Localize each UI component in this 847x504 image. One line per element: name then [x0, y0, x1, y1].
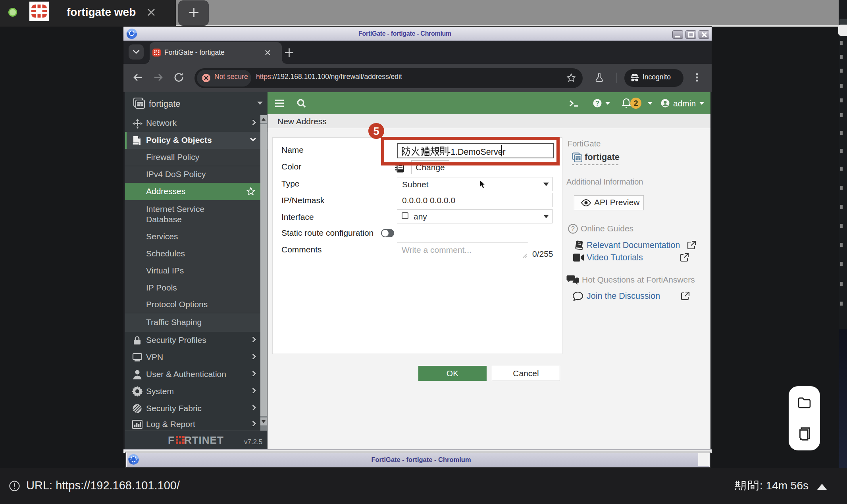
svg-text:?: ? [595, 100, 599, 107]
svg-text:?: ? [571, 225, 575, 232]
